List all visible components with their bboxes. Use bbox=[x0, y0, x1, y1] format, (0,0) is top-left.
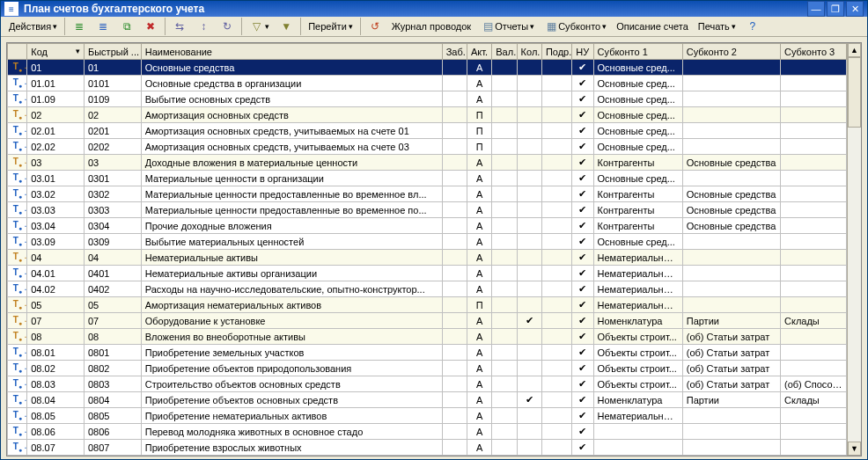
cell-quick[interactable]: 0304 bbox=[84, 218, 141, 234]
cell-sub1[interactable]: Основные сред... bbox=[593, 91, 682, 107]
cell-kol[interactable] bbox=[517, 186, 541, 202]
cell-quick[interactable]: 0309 bbox=[84, 234, 141, 250]
cell-nu[interactable]: ✔ bbox=[572, 424, 593, 440]
table-row[interactable]: T●0404Нематериальные активыА✔Нематериаль… bbox=[8, 250, 847, 266]
cell-sub2[interactable]: Партии bbox=[682, 313, 780, 329]
cell-podr[interactable] bbox=[541, 440, 571, 456]
cell-code[interactable]: 08.05 bbox=[27, 408, 85, 424]
cell-zab[interactable] bbox=[442, 76, 467, 91]
cell-sub2[interactable] bbox=[682, 424, 780, 440]
cell-podr[interactable] bbox=[541, 107, 571, 123]
cell-sub1[interactable]: Нематериальны... bbox=[593, 266, 682, 281]
cell-akt[interactable]: А bbox=[467, 186, 491, 202]
cell-zab[interactable] bbox=[442, 234, 467, 250]
cell-name[interactable]: Приобретение земельных участков bbox=[141, 345, 442, 361]
cell-zab[interactable] bbox=[442, 281, 467, 297]
cell-quick[interactable]: 05 bbox=[84, 297, 141, 313]
table-row[interactable]: T●08.030803Строительство объектов основн… bbox=[8, 376, 847, 392]
cell-akt[interactable]: А bbox=[467, 281, 491, 297]
cell-sub1[interactable]: Объекты строит... bbox=[593, 329, 682, 345]
cell-code[interactable]: 07 bbox=[27, 313, 85, 329]
cell-quick[interactable]: 0402 bbox=[84, 281, 141, 297]
cell-sub2[interactable]: Основные средства bbox=[682, 202, 780, 218]
cell-icon[interactable]: T● bbox=[8, 202, 27, 218]
cell-nu[interactable]: ✔ bbox=[572, 139, 593, 155]
cell-sub1[interactable]: Нематериальны... bbox=[593, 281, 682, 297]
cell-code[interactable]: 03.04 bbox=[27, 218, 85, 234]
minimize-button[interactable]: — bbox=[807, 1, 825, 17]
cell-val[interactable] bbox=[492, 361, 517, 376]
cell-icon[interactable]: T● bbox=[8, 266, 27, 281]
cell-sub3[interactable] bbox=[781, 186, 847, 202]
filter-button[interactable]: ▽▾ bbox=[245, 17, 274, 36]
cell-zab[interactable] bbox=[442, 440, 467, 456]
cell-sub3[interactable] bbox=[781, 234, 847, 250]
cell-quick[interactable]: 0109 bbox=[84, 91, 141, 107]
maximize-button[interactable]: ❐ bbox=[827, 1, 844, 17]
col-quick[interactable]: Быстрый ... bbox=[84, 44, 141, 60]
cell-name[interactable]: Приобретение объектов основных средств bbox=[141, 392, 442, 408]
table-row[interactable]: T●08.070807Приобретение взрослых животны… bbox=[8, 440, 847, 456]
cell-sub2[interactable]: (об) Статьи затрат bbox=[682, 329, 780, 345]
cell-icon[interactable]: T● bbox=[8, 76, 27, 91]
cell-code[interactable]: 03.02 bbox=[27, 186, 85, 202]
cell-nu[interactable]: ✔ bbox=[572, 376, 593, 392]
col-sub3[interactable]: Субконто 3 bbox=[781, 44, 847, 60]
cell-val[interactable] bbox=[492, 297, 517, 313]
cell-name[interactable]: Приобретение объектов природопользования bbox=[141, 361, 442, 376]
col-name[interactable]: Наименование bbox=[141, 44, 442, 60]
cell-val[interactable] bbox=[492, 107, 517, 123]
cell-sub2[interactable] bbox=[682, 76, 780, 91]
col-sub1[interactable]: Субконто 1 bbox=[593, 44, 682, 60]
cell-nu[interactable]: ✔ bbox=[572, 281, 593, 297]
cell-icon[interactable]: T● bbox=[8, 424, 27, 440]
cell-nu[interactable]: ✔ bbox=[572, 60, 593, 76]
cell-podr[interactable] bbox=[541, 376, 571, 392]
cell-kol[interactable] bbox=[517, 76, 541, 91]
cell-val[interactable] bbox=[492, 376, 517, 392]
cell-quick[interactable]: 0401 bbox=[84, 266, 141, 281]
cell-sub1[interactable]: Номенклатура bbox=[593, 392, 682, 408]
cell-akt[interactable]: А bbox=[467, 91, 491, 107]
cell-sub3[interactable] bbox=[781, 76, 847, 91]
cell-val[interactable] bbox=[492, 155, 517, 171]
cell-zab[interactable] bbox=[442, 186, 467, 202]
refresh-button[interactable]: ↻ bbox=[216, 17, 239, 36]
cell-sub2[interactable]: Основные средства bbox=[682, 155, 780, 171]
table-row[interactable]: T●08.020802Приобретение объектов природо… bbox=[8, 361, 847, 376]
cell-podr[interactable] bbox=[541, 250, 571, 266]
cell-code[interactable]: 02.01 bbox=[27, 123, 85, 139]
cell-name[interactable]: Выбытие основных средств bbox=[141, 91, 442, 107]
cell-icon[interactable]: T● bbox=[8, 171, 27, 186]
cell-quick[interactable]: 0807 bbox=[84, 440, 141, 456]
cell-sub1[interactable]: Номенклатура bbox=[593, 313, 682, 329]
cell-podr[interactable] bbox=[541, 361, 571, 376]
cell-sub3[interactable] bbox=[781, 408, 847, 424]
cell-name[interactable]: Нематериальные активы bbox=[141, 250, 442, 266]
actions-menu[interactable]: Действия▾ bbox=[4, 17, 62, 36]
cell-kol[interactable] bbox=[517, 266, 541, 281]
cell-zab[interactable] bbox=[442, 202, 467, 218]
move-button[interactable]: ↕ bbox=[192, 17, 215, 36]
cell-quick[interactable]: 08 bbox=[84, 329, 141, 345]
cell-sub2[interactable]: Основные средства bbox=[682, 218, 780, 234]
cell-sub3[interactable] bbox=[781, 60, 847, 76]
cell-kol[interactable] bbox=[517, 408, 541, 424]
update-button[interactable]: ↺ bbox=[364, 17, 386, 36]
cell-sub2[interactable] bbox=[682, 123, 780, 139]
cell-podr[interactable] bbox=[541, 202, 571, 218]
cell-val[interactable] bbox=[492, 218, 517, 234]
cell-val[interactable] bbox=[492, 329, 517, 345]
table-row[interactable]: T●01.090109Выбытие основных средствА✔Осн… bbox=[8, 91, 847, 107]
col-kol[interactable]: Кол. bbox=[517, 44, 541, 60]
cell-zab[interactable] bbox=[442, 376, 467, 392]
col-podr[interactable]: Подр. bbox=[541, 44, 571, 60]
cell-nu[interactable]: ✔ bbox=[572, 266, 593, 281]
cell-val[interactable] bbox=[492, 123, 517, 139]
cell-podr[interactable] bbox=[541, 313, 571, 329]
cell-zab[interactable] bbox=[442, 139, 467, 155]
goto-menu[interactable]: Перейти▾ bbox=[304, 17, 357, 36]
cell-icon[interactable]: T● bbox=[8, 345, 27, 361]
delete-button[interactable]: ✖ bbox=[139, 17, 162, 36]
cell-akt[interactable]: А bbox=[467, 408, 491, 424]
